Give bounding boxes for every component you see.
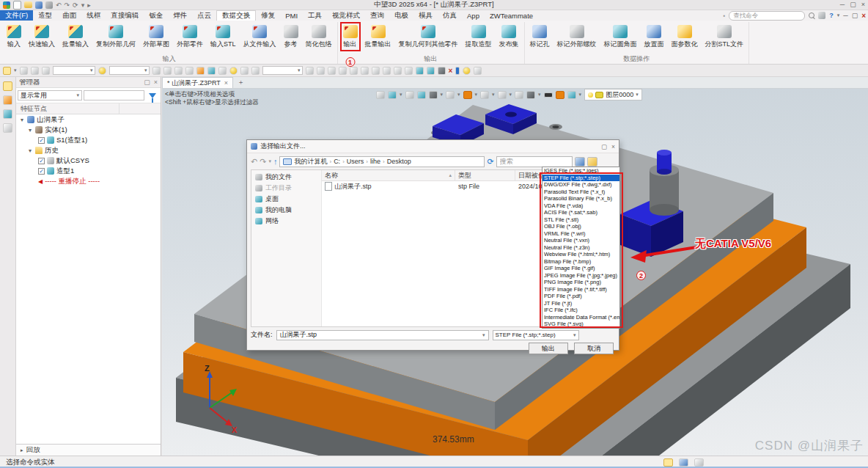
- display-filter-combo[interactable]: 显示常用▾: [18, 90, 82, 100]
- pick-tool-icon[interactable]: [31, 67, 39, 75]
- print-icon[interactable]: [45, 1, 53, 9]
- new-file-icon[interactable]: [13, 1, 21, 10]
- view-zoom-icon[interactable]: [405, 91, 414, 99]
- filetype-combo[interactable]: STEP File (*.stp;*.step) ▾: [493, 330, 579, 340]
- status-grid-icon[interactable]: [663, 458, 673, 467]
- close-button[interactable]: ×: [861, 1, 865, 8]
- select-tool-icon[interactable]: [3, 67, 11, 75]
- quick-icon[interactable]: [317, 67, 325, 75]
- menu-surface[interactable]: 曲面: [57, 10, 81, 21]
- ribbon-extract-shape-button[interactable]: 提取造型: [463, 22, 495, 51]
- quick-icon[interactable]: [306, 67, 314, 75]
- tab-close-icon[interactable]: ×: [224, 79, 228, 87]
- ribbon-quick-import-button[interactable]: 快速输入: [26, 22, 58, 51]
- quick-icon[interactable]: [251, 67, 260, 75]
- filetype-option[interactable]: Neutral File (*.vxn): [542, 237, 619, 244]
- panel-close-icon[interactable]: ×: [154, 78, 158, 86]
- snap-tool-icon[interactable]: [42, 67, 50, 75]
- minimize-button[interactable]: ─: [840, 1, 845, 8]
- dialog-restore-icon[interactable]: ▢: [601, 143, 607, 150]
- filetype-option[interactable]: PDF File (*.pdf): [542, 293, 619, 300]
- quick-icon[interactable]: [196, 67, 205, 75]
- menu-shape[interactable]: 造型: [33, 10, 57, 21]
- run-icon[interactable]: ▸: [87, 1, 91, 10]
- ribbon-place-face-button[interactable]: 放置面: [641, 22, 667, 51]
- menu-sheet-metal[interactable]: 钣金: [144, 10, 168, 21]
- tree-item-shape1[interactable]: ✓ 造型1: [16, 166, 161, 176]
- ribbon-minimize-button[interactable]: ─: [843, 12, 847, 19]
- redo-icon[interactable]: ↷: [65, 1, 70, 10]
- menu-data-exchange[interactable]: 数据交换: [216, 10, 256, 21]
- document-close-button[interactable]: ×: [861, 12, 866, 20]
- checkbox[interactable]: ✓: [38, 168, 45, 175]
- filter-funnel-icon[interactable]: [149, 93, 156, 98]
- quick-icon[interactable]: [229, 67, 238, 75]
- tree-item-replay-stop-marker[interactable]: ◀ ----- 重播停止 -----: [16, 176, 161, 186]
- ribbon-export-button[interactable]: 输出 1: [340, 22, 361, 51]
- filetype-option[interactable]: Parasolid Text File (*.x_t): [542, 189, 619, 196]
- quick-icon[interactable]: [152, 67, 161, 75]
- filetype-option[interactable]: TIFF Image File (*.tif;*.tiff): [542, 286, 619, 293]
- tree-item-root[interactable]: ▾ 山润果子: [16, 114, 161, 125]
- view-shade-icon[interactable]: [417, 91, 426, 99]
- tree-column-header[interactable]: 特征节点: [16, 103, 161, 114]
- quick-icon[interactable]: [405, 67, 413, 75]
- filetype-option[interactable]: VRML File (*.wrl): [542, 230, 619, 238]
- filetype-option[interactable]: GIF Image File (*.gif): [542, 265, 619, 272]
- quick-icon[interactable]: [361, 67, 369, 75]
- filetype-option[interactable]: Neutral File (*.z3n): [542, 244, 619, 252]
- replay-bar[interactable]: ▸ 回放: [16, 444, 161, 456]
- column-type[interactable]: 类型: [455, 170, 515, 180]
- quick-icon[interactable]: [185, 67, 194, 75]
- filetype-option[interactable]: Intermediate Data Format (*.emn;*.brd): [542, 314, 619, 321]
- restore-button[interactable]: ▢: [850, 1, 856, 8]
- tree-item-history[interactable]: ▾ 历史: [16, 145, 161, 156]
- sidebar-desktop[interactable]: 桌面: [251, 194, 321, 205]
- filename-combo[interactable]: 山润果子.stp ▾: [276, 330, 489, 340]
- visual-rail-icon[interactable]: [3, 95, 12, 105]
- quick-icon[interactable]: [463, 67, 471, 75]
- view-display-icon[interactable]: [463, 91, 472, 99]
- panel-pin-icon[interactable]: ▢: [144, 78, 150, 86]
- menu-mold[interactable]: 模具: [413, 10, 438, 21]
- view-frame-icon[interactable]: [515, 91, 523, 99]
- open-file-icon[interactable]: [24, 1, 32, 8]
- ribbon-import-from-file-button[interactable]: 从文件输入: [240, 22, 279, 51]
- layer-selector[interactable]: 图层0000 ▾: [584, 89, 642, 100]
- ribbon-publish-set-button[interactable]: 发布集: [496, 22, 522, 51]
- ribbon-batch-export-button[interactable]: 批量输出: [362, 22, 394, 51]
- checkbox[interactable]: ✓: [38, 158, 45, 164]
- tree-search-input[interactable]: [84, 90, 144, 100]
- ribbon-external-part-button[interactable]: 外部零件: [174, 22, 206, 51]
- menu-pmi[interactable]: PMI: [280, 10, 303, 21]
- status-monitor-icon[interactable]: [679, 458, 688, 467]
- sidebar-my-files[interactable]: 我的文件: [251, 172, 321, 183]
- quick-icon[interactable]: [394, 67, 402, 75]
- replay-expand-icon[interactable]: ▸: [21, 447, 23, 453]
- nav-up-icon[interactable]: ↑: [273, 157, 278, 166]
- menu-repair[interactable]: 修复: [256, 10, 280, 21]
- view-background-icon[interactable]: [544, 92, 553, 98]
- ribbon-mark-holes-button[interactable]: 标记孔: [527, 22, 553, 51]
- filetype-option[interactable]: STL File (*.stl): [542, 216, 619, 224]
- new-tab-button[interactable]: ＋: [233, 77, 249, 88]
- layer-visibility-icon[interactable]: [588, 92, 593, 98]
- manager-rail-icon[interactable]: [3, 81, 12, 91]
- select-caret-icon[interactable]: ▾: [14, 67, 17, 73]
- regen-icon[interactable]: ⟳: [73, 1, 78, 10]
- quick-icon[interactable]: [218, 67, 227, 75]
- filetype-option[interactable]: Webview File (*.html;*.htm): [542, 251, 619, 258]
- filter-combo[interactable]: ▾: [53, 66, 95, 75]
- menu-inquire[interactable]: 查询: [365, 10, 389, 21]
- checkbox[interactable]: ✓: [38, 137, 45, 144]
- sidebar-working-dir[interactable]: 工作目录: [251, 183, 321, 194]
- menu-electrode[interactable]: 电极: [389, 10, 413, 21]
- quick-icon[interactable]: [416, 67, 424, 75]
- filetype-option[interactable]: JPEG Image File (*.jpg;*.jpeg): [542, 272, 619, 279]
- ribbon-restore-button[interactable]: ▢: [852, 12, 858, 19]
- ribbon-copy-external-geom-button[interactable]: 复制外部几何: [93, 22, 139, 51]
- column-name[interactable]: 名称▴: [322, 170, 455, 180]
- tree-item-default-csys[interactable]: ✓ 默认CSYS: [16, 156, 161, 166]
- ribbon-mark-fillet-faces-button[interactable]: 标记圆角面: [601, 22, 640, 51]
- help-caret-icon[interactable]: ▾: [837, 12, 840, 18]
